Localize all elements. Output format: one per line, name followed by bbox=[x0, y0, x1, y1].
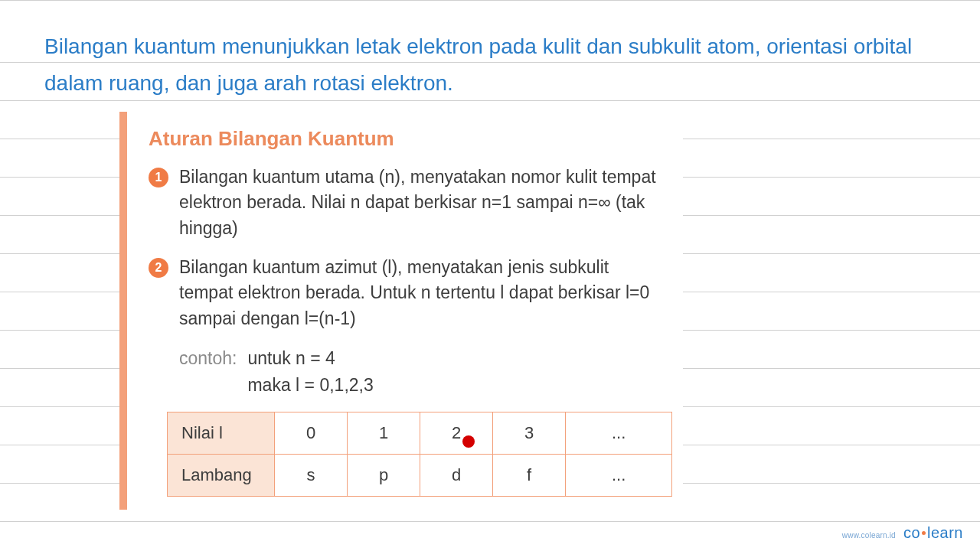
rule-text-1: Bilangan kuantum utama (n), menyatakan n… bbox=[179, 165, 660, 241]
cell: d bbox=[420, 455, 493, 497]
cell: f bbox=[493, 455, 566, 497]
row-header-nilai: Nilai l bbox=[168, 412, 275, 455]
example-label: contoh: bbox=[179, 345, 237, 398]
table-row: Nilai l 0 1 2 3 ... bbox=[168, 412, 672, 455]
example-line-1: untuk n = 4 bbox=[247, 345, 373, 372]
example-line-2: maka l = 0,1,2,3 bbox=[247, 372, 373, 399]
dot-icon bbox=[922, 531, 926, 535]
page-root: Bilangan kuantum menunjukkan letak elekt… bbox=[0, 0, 980, 551]
notecard-title: Aturan Bilangan Kuantum bbox=[149, 127, 660, 151]
badge-1: 1 bbox=[149, 168, 168, 187]
cursor-pointer-icon bbox=[462, 435, 475, 448]
rule-item-1: 1 Bilangan kuantum utama (n), menyatakan… bbox=[149, 165, 660, 241]
footer-url: www.colearn.id bbox=[842, 531, 896, 540]
footer-logo: colearn bbox=[903, 524, 963, 542]
cell: 1 bbox=[348, 412, 420, 455]
cell: s bbox=[275, 455, 348, 497]
notecard: Aturan Bilangan Kuantum 1 Bilangan kuant… bbox=[119, 112, 683, 510]
example-block: contoh: untuk n = 4 maka l = 0,1,2,3 bbox=[179, 345, 660, 398]
cell: ... bbox=[566, 455, 672, 497]
cell: 3 bbox=[493, 412, 566, 455]
cell: 0 bbox=[275, 412, 348, 455]
cell: 2 bbox=[420, 412, 493, 455]
quantum-table: Nilai l 0 1 2 3 ... Lambang s p d f ... bbox=[167, 412, 672, 497]
footer-brand: www.colearn.id colearn bbox=[842, 524, 963, 542]
row-header-lambang: Lambang bbox=[168, 455, 275, 497]
rule-text-2: Bilangan kuantum azimut (l), menyatakan … bbox=[179, 255, 660, 331]
rule-item-2: 2 Bilangan kuantum azimut (l), menyataka… bbox=[149, 255, 660, 331]
badge-2: 2 bbox=[149, 258, 168, 278]
page-title: Bilangan kuantum menunjukkan letak elekt… bbox=[44, 28, 934, 101]
cell: ... bbox=[566, 412, 672, 455]
logo-right: learn bbox=[927, 524, 963, 541]
logo-left: co bbox=[903, 524, 920, 541]
cell: p bbox=[348, 455, 420, 497]
table-row: Lambang s p d f ... bbox=[168, 455, 672, 497]
